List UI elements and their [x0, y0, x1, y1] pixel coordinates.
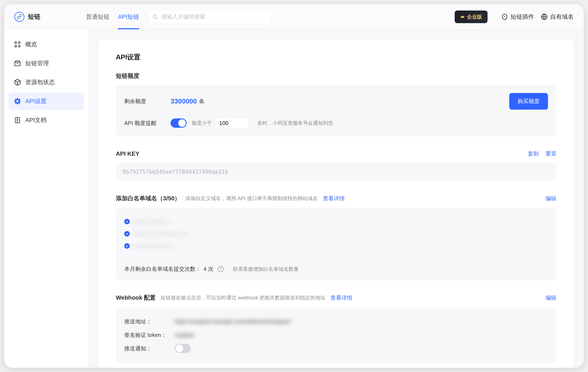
check-icon	[124, 243, 130, 249]
notify-toggle[interactable]	[175, 344, 191, 353]
search-icon	[152, 14, 158, 20]
quota-remain-row: 剩余额度 3300000 条 购买额度	[124, 93, 548, 110]
sidebar-api-docs[interactable]: API文档	[8, 111, 84, 129]
topbar-divider	[494, 13, 494, 21]
globe-icon	[541, 13, 547, 20]
webhook-header: Webhook 配置 短链接在被点击后，可以实时通过 webhook 把相关数据…	[116, 294, 556, 302]
sidebar-item-label: API文档	[25, 116, 47, 124]
apikey-header: API KEY 复制 重置	[116, 150, 556, 157]
whitelist-foot-count: 4 次	[203, 265, 214, 273]
plugin-link-label: 短链插件	[511, 13, 534, 21]
copy-apikey-link[interactable]: 复制	[528, 150, 539, 157]
webhook-token-value: masked	[175, 332, 194, 338]
quota-remain-unit: 条	[199, 98, 204, 105]
whitelist-desc: 添加自定义域名，调用 API 接口将不再限制跳转的网站域名	[186, 195, 318, 202]
domain-link-label: 自有域名	[550, 13, 574, 21]
sidebar-api-settings[interactable]: API设置	[8, 93, 84, 110]
plugin-icon	[501, 13, 508, 20]
quota-card: 剩余额度 3300000 条 购买额度 API 额度提醒 额度小于 条时，小码至…	[116, 85, 556, 137]
apikey-actions: 复制 重置	[528, 150, 556, 157]
app-window: 短链 普通短链 API短链 企业版 短链插件 自有域名	[4, 4, 584, 368]
whitelist-footer: 本月剩余白名单域名提交次数： 4 次 ? 联系客服增加白名单域名数量	[124, 258, 548, 273]
whitelist-domain: mask.cdn.domain.bcd	[133, 231, 186, 237]
tab-api-shortlink[interactable]: API短链	[118, 4, 139, 29]
webhook-title: Webhook 配置	[116, 294, 156, 302]
whitelist-item: mask.domain.a	[124, 215, 548, 228]
quota-remain-value: 3300000	[171, 97, 197, 105]
whitelist-section: 添加白名单域名（3/50） 添加自定义域名，调用 API 接口将不再限制跳转的网…	[116, 194, 556, 280]
svg-point-8	[18, 45, 20, 47]
whitelist-details-link[interactable]: 查看详情	[323, 195, 345, 202]
pro-badge[interactable]: 企业版	[455, 10, 488, 23]
grid-icon	[14, 41, 21, 48]
plugin-link[interactable]: 短链插件	[501, 13, 534, 21]
whitelist-foot-prefix: 本月剩余白名单域名提交次数：	[124, 265, 201, 273]
whitelist-card: mask.domain.a mask.cdn.domain.bcd mask.d…	[116, 208, 556, 280]
sidebar-shortlink-manage[interactable]: 短链管理	[8, 55, 84, 72]
webhook-token-row: 签名验证 token： masked	[124, 328, 548, 342]
svg-line-1	[156, 18, 157, 19]
quota-title: 短链额度	[116, 72, 556, 80]
quota-section: 短链额度 剩余额度 3300000 条 购买额度 API 额度提醒 额度小于	[116, 72, 556, 137]
brand-logo-icon	[14, 12, 24, 22]
whitelist-item: mask.domain.cc	[124, 240, 548, 252]
sidebar-overview[interactable]: 概览	[8, 36, 84, 53]
alert-lessthan-text: 额度小于	[192, 120, 212, 126]
buy-quota-button[interactable]: 购买额度	[509, 93, 548, 110]
sidebar-item-label: 资源包状态	[25, 78, 55, 86]
alert-threshold-input[interactable]	[215, 117, 249, 129]
quota-alert-row: API 额度提醒 额度小于 条时，小码至营服务号会通知到您	[124, 117, 548, 129]
pro-label: 企业版	[467, 13, 482, 20]
settings-panel: API设置 短链额度 剩余额度 3300000 条 购买额度 API 额度提醒	[99, 40, 573, 368]
webhook-push-label: 推送地址：	[124, 318, 175, 325]
apikey-section: API KEY 复制 重置 8b793757bb545eef7708443749…	[116, 150, 556, 181]
doc-icon	[14, 117, 21, 124]
quota-alert-label: API 额度提醒	[124, 120, 171, 127]
topbar-right: 企业版 短链插件 自有域名	[455, 10, 574, 23]
search-wrapper[interactable]	[148, 10, 272, 24]
reset-apikey-link[interactable]: 重置	[546, 150, 556, 157]
whitelist-header: 添加白名单域名（3/50） 添加自定义域名，调用 API 接口将不再限制跳转的网…	[116, 194, 556, 202]
page-title: API设置	[116, 53, 556, 62]
help-icon[interactable]: ?	[218, 266, 224, 272]
content-area: API设置 短链额度 剩余额度 3300000 条 购买额度 API 额度提醒	[88, 30, 584, 368]
svg-point-0	[153, 15, 157, 18]
cube-icon	[14, 79, 21, 86]
sidebar-item-label: API设置	[25, 97, 47, 105]
webhook-details-link[interactable]: 查看详情	[330, 294, 352, 302]
brand-name: 短链	[28, 12, 41, 21]
tab-normal-shortlink[interactable]: 普通短链	[86, 4, 109, 29]
sidebar-resource-status[interactable]: 资源包状态	[8, 74, 84, 91]
search-input[interactable]	[161, 13, 267, 20]
webhook-card: 推送地址： https://masked.example.com/webhook…	[116, 307, 556, 363]
whitelist-actions: 编辑	[546, 195, 556, 202]
gear-icon	[14, 98, 21, 105]
webhook-notify-row: 推送通知：	[124, 342, 548, 355]
webhook-edit-link[interactable]: 编辑	[546, 294, 556, 302]
whitelist-edit-link[interactable]: 编辑	[546, 195, 556, 202]
webhook-section: Webhook 配置 短链接在被点击后，可以实时通过 webhook 把相关数据…	[116, 294, 556, 363]
inbox-icon	[14, 60, 21, 67]
apikey-value: 8b793757bb545eef77084437498da316	[116, 163, 556, 181]
check-icon	[124, 219, 130, 224]
whitelist-item: mask.cdn.domain.bcd	[124, 228, 548, 240]
topbar: 短链 普通短链 API短链 企业版 短链插件 自有域名	[4, 4, 584, 30]
webhook-push-value: https://masked.example.com/webhook/endpo…	[175, 318, 290, 325]
svg-point-7	[15, 45, 17, 47]
webhook-token-label: 签名验证 token：	[124, 332, 175, 339]
crown-icon	[460, 15, 465, 19]
sidebar: 概览 短链管理 资源包状态 API设置 API文档	[4, 30, 88, 368]
brand: 短链	[14, 12, 86, 22]
quota-remain-label: 剩余额度	[124, 98, 171, 105]
whitelist-domain: mask.domain.cc	[133, 243, 173, 249]
svg-point-6	[18, 42, 20, 44]
webhook-notify-label: 推送通知：	[124, 345, 175, 352]
domain-link[interactable]: 自有域名	[541, 13, 574, 21]
svg-point-5	[15, 42, 17, 44]
whitelist-title: 添加白名单域名（3/50）	[116, 194, 180, 202]
whitelist-contact: 联系客服增加白名单域名数量	[233, 266, 299, 272]
top-tabs: 普通短链 API短链	[86, 4, 139, 29]
apikey-title: API KEY	[116, 151, 139, 157]
webhook-actions: 编辑	[546, 294, 556, 302]
alert-toggle[interactable]	[171, 119, 187, 128]
